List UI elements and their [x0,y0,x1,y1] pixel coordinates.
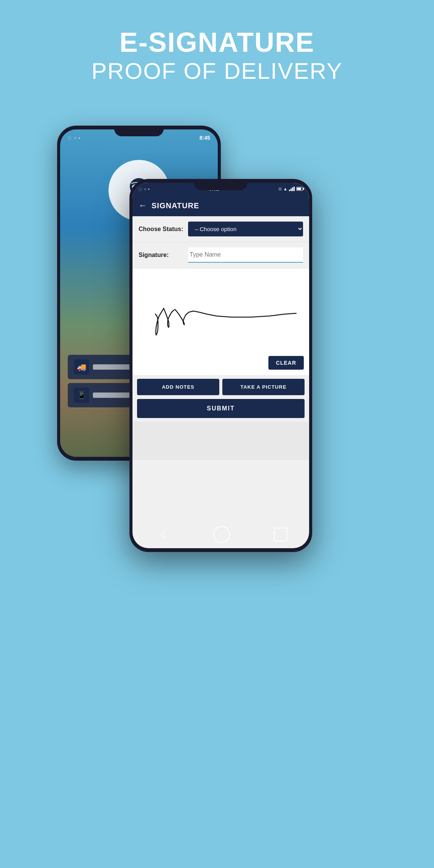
battery-fill [297,188,301,190]
qr-menu-icon: 📱 [74,388,89,403]
signal-bar-3 [292,187,293,191]
signal-bar-1 [289,190,290,191]
front-phone-notch [194,179,247,190]
front-status-left: ◌ ○ ▪ [139,187,150,191]
nav-back-button[interactable]: ◁ [154,527,169,542]
status-select[interactable]: – Choose option Delivered Partial Delive… [188,222,303,236]
front-phone: ◌ ○ ▪ 9:01 ⊙ ▲ [129,179,312,552]
back-status-icon1: ◌ [68,136,72,140]
add-notes-button[interactable]: ADD NOTES [137,379,219,395]
signature-row: Signature: [132,242,309,268]
clear-button[interactable]: CLEAR [268,356,304,370]
front-phone-screen: ◌ ○ ▪ 9:01 ⊙ ▲ [132,183,309,548]
wifi-icon: ▲ [283,187,287,191]
bottom-area [132,422,309,460]
screen-title: SIGNATURE [152,201,199,210]
page-header: E-SIGNATURE PROOF OF DELIVERY [0,0,434,84]
back-phone-notch [114,126,164,136]
signature-name-input[interactable] [188,247,303,263]
signature-label: Signature: [139,252,188,258]
back-status-icon3: ▪ [79,136,80,140]
front-status-icons: ⊙ ▲ [278,187,303,191]
battery-icon [296,187,303,191]
nav-back-icon: ◁ [159,530,165,539]
page-background: E-SIGNATURE PROOF OF DELIVERY ◌ ○ ▪ 8:45 [0,0,434,84]
front-status-circle: ○ [144,187,146,191]
status-label: Choose Status: [139,226,188,233]
back-status-left: ◌ ○ ▪ [68,136,80,140]
submit-button[interactable]: SUBMIT [137,399,305,418]
truck-menu-icon: 🚚 [74,359,89,375]
header-line1: E-SIGNATURE [0,27,434,58]
front-status-square: ▪ [148,187,150,191]
signal-bar-2 [290,188,292,191]
location-icon: ⊙ [278,187,282,191]
back-status-icon2: ○ [74,136,77,140]
take-picture-button[interactable]: TAKE A PICTURE [222,379,305,395]
action-buttons-row: ADD NOTES TAKE A PICTURE [132,375,309,399]
front-nav-bar: ◁ [132,526,309,543]
signal-bar-4 [294,187,295,191]
header-line2: PROOF OF DELIVERY [0,58,434,84]
app-header: ← SIGNATURE [132,195,309,216]
phones-container: ◌ ○ ▪ 8:45 [46,103,388,826]
nav-recents-button[interactable] [274,528,287,541]
nav-home-button[interactable] [213,526,230,543]
signature-canvas[interactable]: CLEAR [132,268,309,375]
front-status-dot: ◌ [139,187,142,191]
signal-bars [289,187,295,191]
back-status-time: 8:45 [199,135,210,141]
back-arrow-button[interactable]: ← [139,201,147,211]
status-row: Choose Status: – Choose option Delivered… [132,216,309,242]
